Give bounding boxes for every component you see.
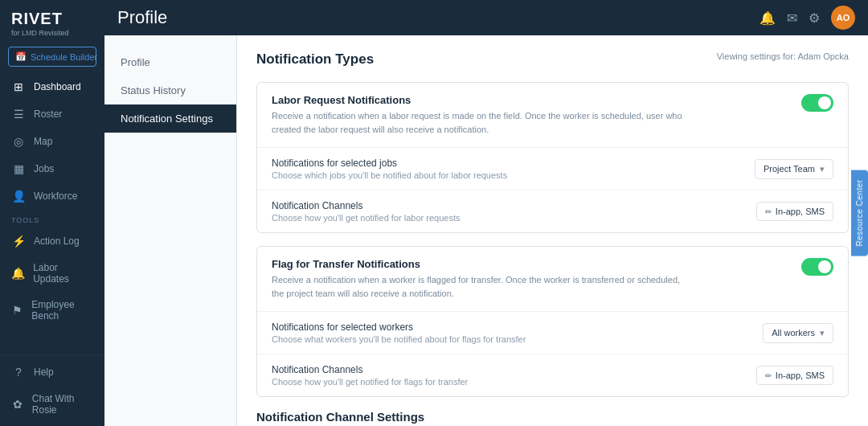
workforce-icon: 👤	[11, 190, 26, 203]
sidebar-item-label: Chat With Rosie	[32, 393, 93, 416]
flag-transfer-card: Flag for Transfer Notifications Receive …	[256, 246, 849, 397]
sidebar-item-map[interactable]: ◎ Map	[0, 128, 104, 155]
sidebar-item-labor-updates[interactable]: 🔔 Labor Updates	[0, 255, 104, 292]
nav-section: ⊞ Dashboard ☰ Roster ◎ Map ▦ Jobs 👤 Work…	[0, 73, 104, 354]
flag-transfer-channels-sublabel: Choose how you'll get notified for flags…	[272, 377, 468, 387]
app-name: RIVET	[11, 10, 93, 28]
labor-request-jobs-label: Notifications for selected jobs	[272, 158, 507, 169]
tools-section-label: TOOLS	[0, 210, 104, 227]
flag-transfer-header: Flag for Transfer Notifications Receive …	[257, 247, 848, 312]
sidebar-item-workforce[interactable]: 👤 Workforce	[0, 182, 104, 210]
flag-transfer-channels-label: Notification Channels	[272, 364, 468, 375]
sidebar-item-dashboard[interactable]: ⊞ Dashboard	[0, 73, 104, 100]
flag-transfer-title: Flag for Transfer Notifications	[272, 258, 690, 270]
dashboard-icon: ⊞	[11, 80, 26, 93]
sidebar-item-label: Employee Bench	[31, 299, 93, 322]
labor-request-channels-row: Notification Channels Choose how you'll …	[257, 190, 848, 232]
notification-icon[interactable]: 🔔	[760, 10, 776, 26]
labor-request-jobs-row: Notifications for selected jobs Choose w…	[257, 148, 848, 190]
left-panel-item-profile[interactable]: Profile	[104, 48, 236, 76]
roster-icon: ☰	[11, 108, 26, 121]
main-wrapper: Profile Status History Notification Sett…	[104, 35, 868, 426]
channel-settings-title: Notification Channel Settings	[256, 410, 849, 424]
left-panel-item-status-history[interactable]: Status History	[104, 76, 236, 104]
content-area: Notification Types Viewing settings for:…	[237, 35, 868, 426]
labor-request-channel-tag[interactable]: ✏ In-app, SMS	[756, 202, 833, 221]
flag-transfer-toggle[interactable]	[801, 258, 833, 276]
page-title: Profile	[117, 7, 760, 28]
notification-types-title: Notification Types	[256, 51, 374, 68]
sidebar-item-chat-rosie[interactable]: ✿ Chat With Rosie	[0, 386, 104, 423]
labor-request-toggle[interactable]	[801, 94, 833, 112]
flag-transfer-desc: Receive a notification when a worker is …	[272, 273, 690, 300]
sidebar-bottom: ? Help ✿ Chat With Rosie	[0, 354, 104, 426]
left-panel: Profile Status History Notification Sett…	[104, 35, 237, 426]
labor-request-card: Labor Request Notifications Receive a no…	[256, 82, 849, 233]
labor-request-jobs-sublabel: Choose which jobs you'll be notified abo…	[272, 170, 507, 180]
sidebar-item-label: Roster	[34, 109, 62, 120]
sidebar-item-label: Action Log	[34, 236, 80, 247]
sidebar-item-employee-bench[interactable]: ⚑ Employee Bench	[0, 292, 104, 329]
sidebar-item-label: Help	[34, 367, 54, 378]
mail-icon[interactable]: ✉	[787, 10, 797, 26]
labor-request-title: Labor Request Notifications	[272, 94, 690, 106]
sidebar-item-help[interactable]: ? Help	[0, 358, 104, 386]
sidebar-item-label: Labor Updates	[33, 262, 93, 285]
app-logo: RIVET for LMD Revisited	[0, 0, 104, 40]
map-icon: ◎	[11, 135, 26, 148]
flag-transfer-workers-sublabel: Choose what workers you'll be notified a…	[272, 334, 526, 344]
labor-updates-icon: 🔔	[11, 267, 25, 280]
flag-transfer-channels-row: Notification Channels Choose how you'll …	[257, 354, 848, 396]
topbar: Profile 🔔 ✉ ⚙ AO	[104, 0, 868, 35]
labor-request-channels-sublabel: Choose how you'll get notified for labor…	[272, 213, 460, 223]
labor-request-desc: Receive a notification when a labor requ…	[272, 109, 690, 136]
sidebar-item-label: Dashboard	[34, 81, 81, 92]
settings-header: Notification Types Viewing settings for:…	[256, 51, 849, 68]
topbar-icons: 🔔 ✉ ⚙ AO	[760, 6, 855, 30]
chevron-down-icon: ▾	[820, 328, 825, 338]
calendar-icon: 📅	[15, 51, 27, 62]
chevron-down-icon: ▾	[820, 164, 825, 174]
labor-request-header-text: Labor Request Notifications Receive a no…	[272, 94, 690, 136]
app-subtitle: for LMD Revisited	[11, 29, 93, 37]
schedule-builder-button[interactable]: 📅 Schedule Builder	[8, 47, 96, 67]
labor-request-header: Labor Request Notifications Receive a no…	[257, 83, 848, 148]
project-team-dropdown[interactable]: Project Team ▾	[755, 159, 833, 179]
settings-icon[interactable]: ⚙	[809, 10, 820, 26]
action-log-icon: ⚡	[11, 235, 26, 248]
pencil-icon: ✏	[765, 371, 772, 380]
sidebar-item-action-log[interactable]: ⚡ Action Log	[0, 227, 104, 255]
flag-transfer-channel-tag[interactable]: ✏ In-app, SMS	[756, 366, 833, 385]
resource-center-button[interactable]: Resource Center	[851, 170, 868, 256]
viewing-settings-label: Viewing settings for: Adam Opcka	[717, 51, 849, 61]
chat-icon: ✿	[11, 398, 24, 411]
all-workers-dropdown[interactable]: All workers ▾	[763, 323, 833, 343]
avatar[interactable]: AO	[831, 6, 855, 30]
flag-transfer-workers-row: Notifications for selected workers Choos…	[257, 312, 848, 354]
employee-bench-icon: ⚑	[11, 304, 23, 317]
sidebar-item-label: Map	[34, 136, 52, 147]
flag-transfer-header-text: Flag for Transfer Notifications Receive …	[272, 258, 690, 300]
left-panel-item-notification-settings[interactable]: Notification Settings	[104, 104, 236, 133]
sidebar-item-label: Workforce	[34, 190, 77, 202]
sidebar-item-roster[interactable]: ☰ Roster	[0, 100, 104, 128]
flag-transfer-workers-label: Notifications for selected workers	[272, 322, 526, 333]
pencil-icon: ✏	[765, 207, 772, 216]
channel-settings-section: Notification Channel Settings Email Noti…	[256, 410, 849, 426]
sidebar: RIVET for LMD Revisited 📅 Schedule Build…	[0, 0, 104, 426]
labor-request-channels-label: Notification Channels	[272, 200, 460, 211]
jobs-icon: ▦	[11, 162, 26, 175]
sidebar-item-jobs[interactable]: ▦ Jobs	[0, 155, 104, 182]
help-icon: ?	[11, 366, 26, 379]
sidebar-item-label: Jobs	[34, 163, 54, 174]
